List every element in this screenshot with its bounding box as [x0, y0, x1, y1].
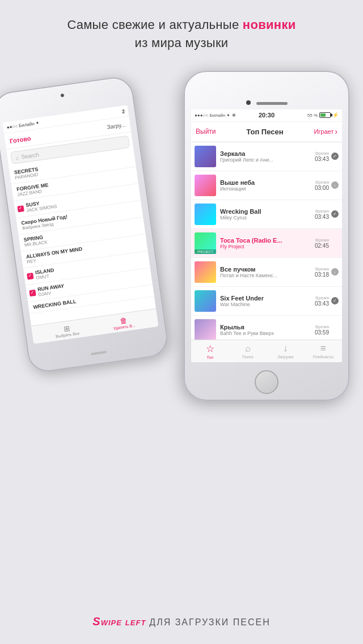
phone-front: ●●●○○ Билайн ✦ ❋ 20:30 55 % ⚡ Выйти Топ … — [184, 71, 349, 401]
back-search-placeholder: Search — [21, 151, 40, 159]
song-time: 03:18 — [315, 272, 329, 278]
search-icon: ⌕ — [15, 154, 19, 160]
time-label: Время — [315, 209, 329, 214]
song-meta: Время 03:00 — [315, 180, 329, 191]
song-thumbnail — [195, 146, 216, 167]
playing-label: Играет — [314, 128, 334, 135]
tab-downloads[interactable]: ↓ Загрузки — [267, 340, 305, 362]
dl-badge: ↓ — [331, 268, 339, 276]
phone-back: ●●○○ Билайн ✦ 2 Готово Загру... ⌕ Search… — [0, 75, 170, 374]
grid-icon: ⊞ — [63, 324, 70, 333]
song-info: Все пучком Потап и Настя Каменс... — [220, 266, 313, 278]
song-thumbnail — [195, 319, 216, 340]
song-thumbnail — [195, 204, 216, 225]
back-ready-label: Готово — [9, 134, 31, 144]
time-label: Время — [315, 295, 329, 300]
song-artist: Miley Cyrus — [220, 215, 313, 221]
swipe-label: Swipe left — [92, 616, 149, 628]
header-title: Самые свежие и актуальные новинки из мир… — [17, 16, 346, 52]
song-info: Крылья Bahh Tee и Руки Вверх — [220, 324, 313, 336]
status-time: 20:30 — [259, 112, 275, 118]
song-info: Toca Toca (Radio E... Fly Project — [220, 237, 313, 249]
list-item[interactable]: Крылья Bahh Tee и Руки Вверх Время 03:59 — [191, 316, 342, 340]
battery-icon — [319, 112, 331, 118]
back-phone-screen: ●●○○ Билайн ✦ 2 Готово Загру... ⌕ Search… — [3, 105, 159, 344]
check-badge: ✓ — [331, 297, 339, 304]
menu-icon: ≡ — [320, 343, 326, 354]
song-artist: Bahh Tee и Руки Вверх — [220, 331, 313, 336]
header-line1: Самые свежие и актуальные новинки — [67, 18, 296, 32]
tab-search[interactable]: ⌕ Поиск — [229, 340, 267, 362]
nav-title: Топ Песен — [216, 128, 314, 136]
exit-button[interactable]: Выйти — [196, 128, 216, 135]
song-name: Зеркала — [220, 150, 313, 157]
delete-label: Удалить В... — [113, 323, 136, 330]
song-artist: Потап и Настя Каменс... — [220, 273, 313, 278]
front-screen: ●●●○○ Билайн ✦ ❋ 20:30 55 % ⚡ Выйти Топ … — [191, 109, 342, 362]
song-info: Зеркала Григорий Лепс и Ани... — [220, 150, 313, 163]
song-artist: Fly Project — [220, 244, 313, 249]
list-item[interactable]: Все пучком Потап и Настя Каменс... Время… — [191, 258, 342, 287]
list-item[interactable]: Зеркала Григорий Лепс и Ани... Время 03:… — [191, 142, 342, 171]
list-item[interactable]: Wrecking Ball Miley Cyrus Время 03:43 ✓ — [191, 200, 342, 229]
front-camera-icon — [246, 100, 251, 105]
song-meta: Время 03:43 — [315, 151, 329, 162]
tab-search-label: Поиск — [242, 355, 253, 359]
front-status-bar: ●●●○○ Билайн ✦ ❋ 20:30 55 % ⚡ — [191, 109, 342, 122]
song-meta: Время 03:59 — [315, 324, 329, 336]
tab-top-label: Топ — [207, 355, 213, 359]
song-info: Wrecking Ball Miley Cyrus — [220, 208, 313, 221]
front-song-list: Зеркала Григорий Лепс и Ани... Время 03:… — [191, 142, 342, 340]
download-icon: ↓ — [283, 343, 288, 354]
song-artist: Интонация — [220, 186, 313, 192]
tab-top[interactable]: ☆ Топ — [191, 340, 229, 362]
song-name: Крылья — [220, 324, 313, 331]
delete-button[interactable]: 🗑 Удалить В... — [112, 315, 136, 330]
footer-section: Swipe left для загрузки песен — [0, 615, 363, 628]
time-label: Время — [315, 238, 329, 243]
time-label: Время — [315, 151, 329, 156]
song-time: 02:45 — [315, 243, 329, 249]
tab-bar: ☆ Топ ⌕ Поиск ↓ Загрузки ≡ Плейлисты — [191, 340, 342, 362]
chevron-right-icon: › — [335, 127, 337, 136]
song-info: Выше неба Интонация — [220, 179, 313, 192]
dl-badge: ↓ — [331, 181, 339, 189]
tab-playlists[interactable]: ≡ Плейлисты — [305, 340, 343, 362]
song-time: 03:43 — [315, 156, 329, 162]
front-nav-bar: Выйти Топ Песен Играет › — [191, 122, 342, 142]
song-artist: War Machine — [220, 302, 313, 307]
check-badge: ✓ — [331, 210, 339, 218]
song-time: 03:43 — [315, 214, 329, 220]
header-section: Самые свежие и актуальные новинки из мир… — [0, 0, 363, 58]
song-name: Toca Toca (Radio E... — [220, 237, 313, 244]
time-label: Время — [315, 180, 329, 185]
back-phone-camera — [61, 94, 65, 98]
list-item[interactable]: Выше неба Интонация Время 03:00 ↓ — [191, 171, 342, 200]
star-icon: ☆ — [206, 343, 214, 355]
check-icon: ✓ — [29, 289, 36, 296]
song-name: Six Feet Under — [220, 295, 313, 302]
back-song-list: Secrets Paranoid Forgive me Jazz Band ✓ … — [9, 150, 154, 313]
home-button[interactable] — [255, 370, 278, 394]
phones-container: ●●○○ Билайн ✦ 2 Готово Загру... ⌕ Search… — [0, 61, 363, 526]
time-label: Время — [315, 266, 329, 272]
song-meta: Время 02:45 — [315, 238, 329, 249]
song-info: Six Feet Under War Machine — [220, 295, 313, 307]
song-thumbnail — [195, 261, 216, 283]
battery-percent: 55 % — [307, 113, 318, 118]
tab-downloads-label: Загрузки — [277, 355, 293, 359]
time-label: Время — [315, 324, 329, 329]
song-time: 03:00 — [315, 185, 329, 191]
list-item[interactable]: Six Feet Under War Machine Время 03:43 ✓ — [191, 287, 342, 316]
song-name: Все пучком — [220, 266, 313, 273]
playing-button[interactable]: Играет › — [314, 127, 337, 136]
song-name: Выше неба — [220, 179, 313, 186]
list-item[interactable]: PROJECT Toca Toca (Radio E... Fly Projec… — [191, 229, 342, 258]
song-artist: Григорий Лепс и Ани... — [220, 157, 313, 163]
song-name: Wrecking Ball — [220, 208, 313, 215]
footer-rest: для загрузки песен — [149, 617, 270, 627]
search-icon: ⌕ — [245, 343, 251, 354]
back-bottom-bar: ⊞ Выбрать Все 🗑 Удалить В... — [31, 308, 158, 344]
song-time: 03:43 — [315, 300, 329, 307]
select-all-button[interactable]: ⊞ Выбрать Все — [54, 323, 80, 338]
